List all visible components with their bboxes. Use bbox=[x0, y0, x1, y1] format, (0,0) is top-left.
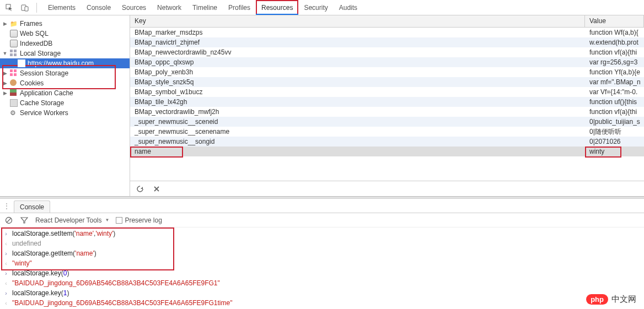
chevron-right-icon bbox=[2, 31, 8, 36]
panel-tab-network[interactable]: Network bbox=[152, 0, 187, 15]
cache-icon bbox=[10, 99, 18, 107]
context-selector-label: React Developer Tools bbox=[35, 216, 102, 224]
device-mode-icon[interactable] bbox=[19, 2, 31, 14]
sidebar-item-frames[interactable]: ▶Frames bbox=[0, 19, 130, 29]
chevron-right-icon bbox=[2, 41, 8, 46]
sidebar-item-label: IndexedDB bbox=[20, 40, 52, 47]
table-row[interactable]: _super_newmusic__sceneid0|public_tuijian… bbox=[130, 117, 644, 127]
table-row[interactable]: BMap_newvectordrawlib_nz45vvfunction vf(… bbox=[130, 47, 644, 57]
panel-tab-audits[interactable]: Audits bbox=[334, 0, 363, 15]
svg-rect-2 bbox=[25, 7, 28, 11]
resources-panel: ▶FramesWeb SQLIndexedDB▼Local Storagehtt… bbox=[0, 15, 644, 197]
panel-tab-sources[interactable]: Sources bbox=[116, 0, 152, 15]
table-row[interactable]: BMap_oppc_qlxswpvar rg=256,sg=3 bbox=[130, 57, 644, 67]
folder-icon bbox=[10, 20, 18, 28]
chevron-down-icon: ▼ bbox=[2, 51, 8, 56]
table-row[interactable]: namewinty bbox=[130, 147, 644, 156]
code-text: localStorage.key(0) bbox=[12, 269, 69, 277]
refresh-icon[interactable] bbox=[136, 185, 144, 193]
panel-tab-security[interactable]: Security bbox=[298, 0, 333, 15]
column-header-key[interactable]: Key bbox=[130, 15, 585, 27]
prompt-icon bbox=[3, 270, 9, 277]
sidebar-item-label: Cache Storage bbox=[20, 99, 64, 107]
sidebar-item-https-www-baidu-com[interactable]: https://www.baidu.com bbox=[0, 58, 130, 68]
cookie-icon bbox=[10, 79, 18, 87]
cell-value: w.extend(hb.prot bbox=[585, 39, 644, 46]
cell-key: BMap_navictrl_zhjmef bbox=[130, 39, 585, 46]
prompt-icon bbox=[3, 290, 9, 296]
cell-value: function Yf(a,b){e bbox=[585, 68, 644, 76]
cell-value: function Wf(a,b){ bbox=[585, 29, 644, 36]
cell-key: name bbox=[130, 148, 585, 155]
panel-tab-timeline[interactable]: Timeline bbox=[187, 0, 223, 15]
code-text: undefined bbox=[12, 240, 41, 247]
column-header-value[interactable]: Value bbox=[585, 15, 644, 27]
sidebar-item-service-workers[interactable]: Service Workers bbox=[0, 108, 130, 118]
cell-key: BMap_style_snzk5q bbox=[130, 78, 585, 86]
sidebar-item-indexeddb[interactable]: IndexedDB bbox=[0, 39, 130, 48]
delete-icon[interactable] bbox=[152, 185, 161, 193]
console-output-line: "winty" bbox=[0, 258, 644, 268]
console-drawer: ⋮ Console React Developer Tools ▼ Preser… bbox=[0, 199, 644, 309]
panel-tab-console[interactable]: Console bbox=[81, 0, 116, 15]
table-row[interactable]: BMap_symbol_w1buczvar Vf={14:"m-0. bbox=[130, 87, 644, 97]
sidebar-item-label: Frames bbox=[20, 20, 42, 28]
console-output[interactable]: localStorage.setItem('name','winty')unde… bbox=[0, 227, 644, 309]
cell-value: var Vf={14:"m-0. bbox=[585, 88, 644, 96]
table-row[interactable]: BMap_vectordrawlib_mwfj2hfunction vf(a){… bbox=[130, 107, 644, 117]
cell-value: function vf(a){thi bbox=[585, 48, 644, 56]
sidebar-item-local-storage[interactable]: ▼Local Storage bbox=[0, 48, 130, 58]
grid-icon bbox=[10, 50, 18, 57]
toolbar-separator bbox=[36, 3, 37, 13]
inspect-element-icon[interactable] bbox=[3, 2, 15, 14]
storage-view: Key Value BMap_marker_msdzpsfunction Wf(… bbox=[130, 15, 644, 196]
console-tab[interactable]: Console bbox=[14, 200, 50, 213]
result-icon bbox=[3, 261, 9, 267]
sidebar-item-application-cache[interactable]: ▶Application Cache bbox=[0, 88, 130, 98]
panel-tab-profiles[interactable]: Profiles bbox=[223, 0, 256, 15]
sess-icon bbox=[10, 69, 18, 77]
preserve-log-checkbox[interactable]: Preserve log bbox=[116, 216, 162, 224]
context-selector[interactable]: React Developer Tools ▼ bbox=[35, 216, 109, 224]
filter-icon[interactable] bbox=[20, 216, 29, 225]
db-icon bbox=[10, 30, 18, 37]
cell-key: BMap_oppc_qlxswp bbox=[130, 58, 585, 66]
storage-toolbar bbox=[130, 181, 644, 196]
code-text: "winty" bbox=[12, 259, 32, 267]
table-row[interactable]: BMap_poly_xenb3hfunction Yf(a,b){e bbox=[130, 67, 644, 77]
sidebar-item-session-storage[interactable]: ▶Session Storage bbox=[0, 68, 130, 78]
drawer-menu-icon[interactable]: ⋮ bbox=[3, 202, 10, 210]
sidebar-item-label: Application Cache bbox=[20, 89, 73, 97]
storage-table-header: Key Value bbox=[130, 15, 644, 28]
cell-key: _super_newmusic__sceneid bbox=[130, 118, 585, 126]
panel-tab-elements[interactable]: Elements bbox=[42, 0, 81, 15]
table-row[interactable]: BMap_style_snzk5qvar mf=".BMap_n bbox=[130, 77, 644, 87]
sidebar-item-cache-storage[interactable]: Cache Storage bbox=[0, 98, 130, 108]
watermark: php 中文网 bbox=[586, 294, 636, 305]
cell-key: _super_newmusic__scenename bbox=[130, 128, 585, 135]
storage-table-body: BMap_marker_msdzpsfunction Wf(a,b){BMap_… bbox=[130, 28, 644, 181]
panel-tab-resources[interactable]: Resources bbox=[256, 0, 298, 15]
cell-key: BMap_poly_xenb3h bbox=[130, 68, 585, 76]
table-row[interactable]: BMap_marker_msdzpsfunction Wf(a,b){ bbox=[130, 28, 644, 37]
sidebar-item-label: Service Workers bbox=[20, 109, 68, 117]
console-input-line: localStorage.key(1) bbox=[0, 288, 644, 298]
table-row[interactable]: BMap_tile_lx42ghfunction uf(){this bbox=[130, 97, 644, 107]
table-row[interactable]: _super_newmusic__scenename0|随便听听 bbox=[130, 127, 644, 137]
table-row[interactable]: _super_newmusic__songid0|2071026 bbox=[130, 137, 644, 147]
clear-console-icon[interactable] bbox=[4, 216, 13, 225]
table-row[interactable]: BMap_navictrl_zhjmefw.extend(hb.prot bbox=[130, 37, 644, 47]
origin-icon bbox=[18, 59, 25, 67]
console-input-line: localStorage.getItem('name') bbox=[0, 248, 644, 258]
console-output-line: undefined bbox=[0, 238, 644, 248]
prompt-icon bbox=[3, 251, 9, 257]
devtools-main-toolbar: ElementsConsoleSourcesNetworkTimelinePro… bbox=[0, 0, 644, 15]
sidebar-item-label: Session Storage bbox=[20, 69, 68, 77]
code-text: localStorage.key(1) bbox=[12, 289, 69, 297]
chevron-right-icon: ▶ bbox=[2, 90, 8, 96]
code-text: "BAIDUAD_jingdong_6D69AB546CB88A3B4C503F… bbox=[12, 279, 220, 287]
sidebar-item-cookies[interactable]: ▶Cookies bbox=[0, 78, 130, 88]
result-icon bbox=[3, 280, 9, 286]
sidebar-item-web-sql[interactable]: Web SQL bbox=[0, 29, 130, 39]
cell-key: BMap_tile_lx42gh bbox=[130, 98, 585, 106]
